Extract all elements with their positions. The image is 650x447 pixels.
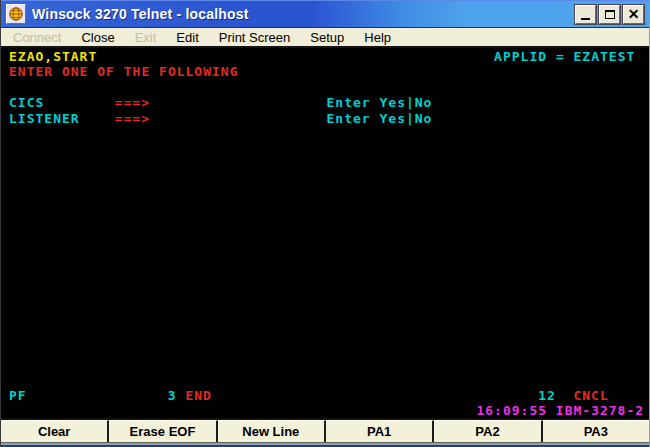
menu-item-close[interactable]: Close bbox=[71, 29, 124, 46]
terminal-text: APPLID = EZATEST bbox=[494, 50, 635, 64]
pa3-button[interactable]: PA3 bbox=[543, 420, 649, 442]
title-bar[interactable]: Winsock 3270 Telnet - localhost ✕ bbox=[1, 0, 649, 28]
window-resize-border[interactable] bbox=[1, 442, 649, 447]
new-line-button[interactable]: New Line bbox=[218, 420, 326, 442]
terminal-text: CNCL bbox=[573, 389, 608, 403]
terminal-text: Enter Yes|No bbox=[327, 96, 433, 110]
terminal-text: EZAO,START bbox=[9, 50, 97, 64]
terminal-text: IBM-3278-2 bbox=[556, 404, 644, 418]
terminal-text: ===> bbox=[115, 96, 150, 110]
terminal-text: ===> bbox=[115, 112, 150, 126]
erase-eof-button[interactable]: Erase EOF bbox=[109, 420, 217, 442]
clear-button[interactable]: Clear bbox=[1, 420, 109, 442]
minimize-button[interactable] bbox=[575, 5, 596, 24]
minimize-icon bbox=[581, 18, 590, 20]
maximize-button[interactable] bbox=[599, 5, 620, 24]
pa2-button[interactable]: PA2 bbox=[434, 420, 542, 442]
menu-item-print-screen[interactable]: Print Screen bbox=[209, 29, 301, 46]
menu-item-exit[interactable]: Exit bbox=[125, 29, 167, 46]
menu-item-help[interactable]: Help bbox=[354, 29, 401, 46]
window-title: Winsock 3270 Telnet - localhost bbox=[32, 6, 572, 22]
terminal-text: Enter Yes|No bbox=[327, 112, 433, 126]
terminal-text: 16:09:55 bbox=[476, 404, 547, 418]
close-button[interactable]: ✕ bbox=[623, 5, 644, 24]
menu-item-setup[interactable]: Setup bbox=[300, 29, 354, 46]
terminal-text: 3 bbox=[168, 389, 177, 403]
app-window: Winsock 3270 Telnet - localhost ✕ Connec… bbox=[0, 0, 650, 447]
maximize-icon bbox=[605, 10, 615, 19]
menu-item-edit[interactable]: Edit bbox=[166, 29, 208, 46]
close-icon: ✕ bbox=[628, 7, 640, 21]
globe-icon[interactable] bbox=[6, 4, 26, 24]
globe-icon-graphic bbox=[8, 6, 24, 22]
pa1-button[interactable]: PA1 bbox=[326, 420, 434, 442]
keypad-bar: Clear Erase EOF New Line PA1 PA2 PA3 bbox=[1, 418, 649, 442]
terminal-text: 12 bbox=[538, 389, 556, 403]
terminal-text: PF bbox=[9, 389, 27, 403]
terminal-text: CICS bbox=[9, 96, 44, 110]
terminal-text: END bbox=[185, 389, 211, 403]
menu-item-connect[interactable]: Connect bbox=[3, 29, 71, 46]
terminal-text: LISTENER bbox=[9, 112, 80, 126]
menu-bar: Connect Close Exit Edit Print Screen Set… bbox=[1, 28, 649, 48]
terminal-screen[interactable]: EZAO,STARTAPPLID = EZATESTENTER ONE OF T… bbox=[1, 48, 649, 418]
terminal-text: ENTER ONE OF THE FOLLOWING bbox=[9, 65, 239, 79]
